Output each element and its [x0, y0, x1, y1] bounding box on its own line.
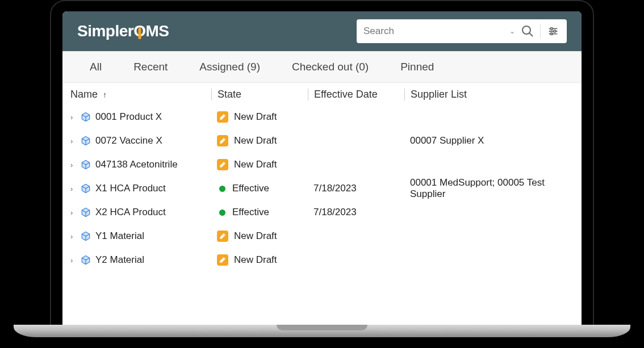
tab-bar: All Recent Assigned (9) Checked out (0) …	[62, 51, 582, 83]
cube-icon	[81, 255, 91, 265]
cell-state: Effective	[211, 207, 308, 218]
logo-text-1: Simpler	[77, 22, 133, 40]
sort-ascending-icon: ↑	[103, 90, 107, 99]
tab-checked-out[interactable]: Checked out (0)	[276, 61, 384, 73]
chevron-right-icon[interactable]: ›	[70, 137, 76, 145]
chevron-down-icon[interactable]: ⌄	[509, 27, 515, 35]
state-text: New Draft	[234, 135, 277, 146]
table-row[interactable]: ›047138 AcetonitrileNew Draft	[70, 153, 574, 177]
svg-point-5	[550, 28, 553, 30]
draft-icon	[217, 254, 228, 266]
svg-point-7	[550, 33, 553, 35]
cell-name[interactable]: ›0072 Vaccine X	[70, 135, 211, 146]
row-name-text: 0001 Product X	[95, 111, 162, 123]
cell-state: Effective	[211, 183, 308, 194]
app-logo: SimplerOMS	[77, 22, 169, 40]
svg-line-1	[529, 33, 533, 36]
row-name-text: X2 HCA Product	[95, 207, 166, 218]
search-box[interactable]: ⌄	[357, 19, 567, 43]
cell-state: New Draft	[211, 230, 308, 242]
table-row[interactable]: ›0001 Product XNew Draft	[70, 105, 574, 129]
filter-icon[interactable]	[546, 24, 560, 38]
cell-name[interactable]: ›Y1 Material	[70, 230, 211, 242]
effective-dot-icon	[219, 209, 225, 216]
laptop-notch	[277, 325, 367, 330]
topbar: SimplerOMS ⌄	[62, 11, 582, 51]
state-text: Effective	[232, 207, 269, 218]
state-text: Effective	[232, 183, 269, 194]
column-header-effective-date[interactable]: Effective Date	[308, 89, 404, 100]
row-name-text: X1 HCA Product	[95, 183, 166, 194]
cell-name[interactable]: ›X2 HCA Product	[70, 207, 211, 218]
tab-all[interactable]: All	[74, 61, 118, 73]
cell-state: New Draft	[211, 159, 308, 170]
cube-icon	[81, 112, 91, 122]
svg-point-0	[522, 26, 530, 34]
cube-icon	[81, 183, 91, 194]
column-header-name[interactable]: Name ↑	[70, 89, 211, 100]
logo-text-2: MS	[145, 22, 169, 40]
chevron-right-icon[interactable]: ›	[70, 208, 76, 217]
cell-state: New Draft	[211, 111, 308, 123]
cell-supplier: 00007 Supplier X	[404, 135, 574, 146]
cell-effective-date: 7/18/2023	[308, 183, 404, 194]
tab-recent[interactable]: Recent	[118, 61, 183, 73]
effective-dot-icon	[219, 186, 225, 192]
laptop-bezel: SimplerOMS ⌄ All Recent Assigned (9) Che…	[50, 0, 594, 326]
cell-state: New Draft	[211, 254, 308, 266]
cell-state: New Draft	[211, 135, 308, 146]
column-header-state[interactable]: State	[211, 89, 308, 100]
search-input[interactable]	[363, 26, 504, 37]
logo-letter-o: O	[133, 22, 145, 40]
column-header-supplier[interactable]: Supplier List	[404, 89, 574, 100]
cell-effective-date: 7/18/2023	[308, 207, 404, 218]
table-header: Name ↑ State Effective Date Supplier Lis…	[62, 83, 582, 105]
svg-point-6	[554, 30, 556, 32]
cell-name[interactable]: ›Y2 Material	[70, 254, 211, 266]
state-text: New Draft	[234, 111, 277, 123]
cell-name[interactable]: ›X1 HCA Product	[70, 183, 211, 194]
row-name-text: Y2 Material	[95, 254, 144, 266]
chevron-right-icon[interactable]: ›	[70, 185, 76, 193]
chevron-right-icon[interactable]: ›	[70, 161, 76, 169]
state-text: New Draft	[234, 159, 277, 170]
app-window: SimplerOMS ⌄ All Recent Assigned (9) Che…	[62, 11, 582, 326]
tab-assigned[interactable]: Assigned (9)	[183, 61, 276, 73]
divider	[540, 24, 541, 39]
chevron-right-icon[interactable]: ›	[70, 256, 76, 265]
table-body: ›0001 Product XNew Draft›0072 Vaccine XN…	[62, 105, 582, 272]
cell-supplier: 00001 MedSupport; 00005 Test Supplier	[404, 177, 574, 200]
cube-icon	[81, 231, 91, 241]
cube-icon	[81, 207, 91, 217]
state-text: New Draft	[234, 254, 277, 266]
table-row[interactable]: ›Y1 MaterialNew Draft	[70, 224, 574, 248]
table-row[interactable]: ›Y2 MaterialNew Draft	[70, 248, 574, 272]
table-row[interactable]: ›0072 Vaccine XNew Draft00007 Supplier X	[70, 129, 574, 153]
chevron-right-icon[interactable]: ›	[70, 232, 76, 241]
column-name-label: Name	[70, 89, 98, 100]
cube-icon	[81, 160, 91, 170]
draft-icon	[217, 159, 228, 170]
search-icon[interactable]	[521, 24, 534, 38]
cell-name[interactable]: ›0001 Product X	[70, 111, 211, 123]
row-name-text: 0072 Vaccine X	[95, 135, 162, 146]
row-name-text: 047138 Acetonitrile	[95, 159, 178, 170]
state-text: New Draft	[234, 230, 277, 242]
draft-icon	[217, 111, 228, 123]
cube-icon	[81, 136, 91, 146]
chevron-right-icon[interactable]: ›	[70, 113, 76, 121]
draft-icon	[217, 135, 228, 146]
row-name-text: Y1 Material	[95, 230, 144, 242]
cell-name[interactable]: ›047138 Acetonitrile	[70, 159, 211, 170]
table-row[interactable]: ›X1 HCA ProductEffective7/18/202300001 M…	[70, 177, 574, 200]
table-row[interactable]: ›X2 HCA ProductEffective7/18/2023	[70, 200, 574, 224]
draft-icon	[217, 230, 228, 242]
tab-pinned[interactable]: Pinned	[384, 61, 450, 73]
